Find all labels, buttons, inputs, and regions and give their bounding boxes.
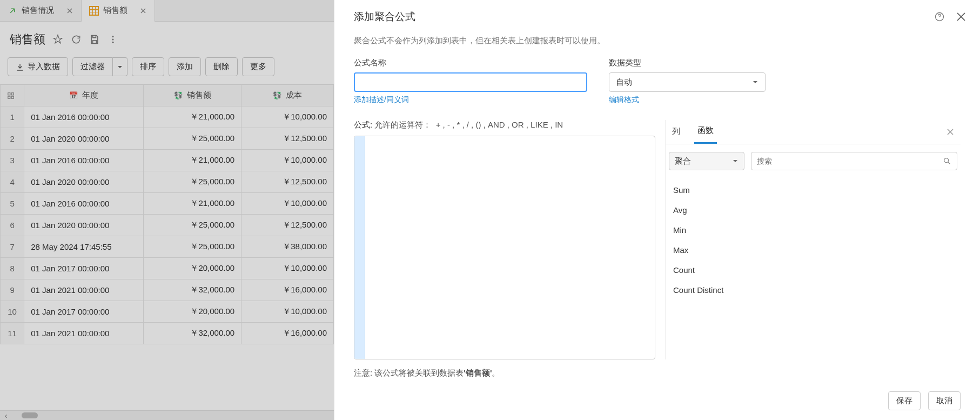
more-vertical-icon[interactable] <box>107 34 119 45</box>
cell-sales[interactable]: ￥32,000.00 <box>144 279 241 301</box>
cell-cost[interactable]: ￥16,000.00 <box>241 323 334 344</box>
cell-year[interactable]: 28 May 2024 17:45:55 <box>24 236 144 258</box>
import-data-button[interactable]: 导入数据 <box>8 57 68 76</box>
scroll-left-icon[interactable]: ‹ <box>1 411 11 420</box>
table-row[interactable]: 501 Jan 2016 00:00:00￥21,000.00￥10,000.0… <box>1 193 334 215</box>
cell-year[interactable]: 01 Jan 2017 00:00:00 <box>24 258 144 279</box>
cell-cost[interactable]: ￥10,000.00 <box>241 150 334 171</box>
cell-cost[interactable]: ￥12,500.00 <box>241 215 334 236</box>
function-item[interactable]: Avg <box>666 200 961 220</box>
function-item[interactable]: Sum <box>666 180 961 200</box>
function-item[interactable]: Count <box>666 260 961 280</box>
cell-sales[interactable]: ￥25,000.00 <box>144 128 241 150</box>
cell-sales[interactable]: ￥21,000.00 <box>144 106 241 128</box>
save-icon[interactable] <box>89 34 100 45</box>
cell-sales[interactable]: ￥21,000.00 <box>144 193 241 215</box>
cell-year[interactable]: 01 Jan 2016 00:00:00 <box>24 193 144 215</box>
cell-cost[interactable]: ￥10,000.00 <box>241 258 334 279</box>
row-number: 3 <box>1 150 24 171</box>
row-header-corner[interactable] <box>1 85 24 106</box>
function-category-select[interactable]: 聚合 <box>669 152 744 170</box>
row-number: 8 <box>1 258 24 279</box>
cell-sales[interactable]: ￥25,000.00 <box>144 171 241 193</box>
cell-sales[interactable]: ￥25,000.00 <box>144 215 241 236</box>
data-type-select[interactable]: 自动 <box>609 72 766 92</box>
function-list[interactable]: SumAvgMinMaxCountCount Distinct <box>666 178 961 359</box>
close-icon[interactable] <box>955 11 967 23</box>
tab-columns[interactable]: 列 <box>669 121 683 143</box>
table-row[interactable]: 801 Jan 2017 00:00:00￥20,000.00￥10,000.0… <box>1 258 334 279</box>
svg-rect-6 <box>96 10 98 12</box>
refresh-icon[interactable] <box>70 34 82 45</box>
add-button[interactable]: 添加 <box>169 57 201 76</box>
table-row[interactable]: 901 Jan 2021 00:00:00￥32,000.00￥16,000.0… <box>1 279 334 301</box>
table-row[interactable]: 401 Jan 2020 00:00:00￥25,000.00￥12,500.0… <box>1 171 334 193</box>
cell-cost[interactable]: ￥16,000.00 <box>241 279 334 301</box>
row-number: 4 <box>1 171 24 193</box>
function-item[interactable]: Max <box>666 240 961 260</box>
edit-format-link[interactable]: 编辑格式 <box>609 95 766 105</box>
function-search-input[interactable] <box>757 157 938 165</box>
horizontal-scrollbar[interactable]: ‹ <box>0 410 334 420</box>
cell-year[interactable]: 01 Jan 2020 00:00:00 <box>24 128 144 150</box>
cell-cost[interactable]: ￥12,500.00 <box>241 128 334 150</box>
table-row[interactable]: 1101 Jan 2021 00:00:00￥32,000.00￥16,000.… <box>1 323 334 344</box>
cell-sales[interactable]: ￥21,000.00 <box>144 150 241 171</box>
cell-sales[interactable]: ￥20,000.00 <box>144 258 241 279</box>
add-description-link[interactable]: 添加描述/同义词 <box>354 95 587 105</box>
formula-textarea[interactable] <box>365 136 655 359</box>
cell-year[interactable]: 01 Jan 2021 00:00:00 <box>24 279 144 301</box>
cell-sales[interactable]: ￥20,000.00 <box>144 301 241 323</box>
formula-editor[interactable] <box>354 136 655 359</box>
table-row[interactable]: 201 Jan 2020 00:00:00￥25,000.00￥12,500.0… <box>1 128 334 150</box>
cell-year[interactable]: 01 Jan 2017 00:00:00 <box>24 301 144 323</box>
table-row[interactable]: 101 Jan 2016 00:00:00￥21,000.00￥10,000.0… <box>1 106 334 128</box>
formula-name-input[interactable] <box>354 72 587 92</box>
cell-cost[interactable]: ￥10,000.00 <box>241 106 334 128</box>
download-icon <box>16 63 24 71</box>
cell-cost[interactable]: ￥38,000.00 <box>241 236 334 258</box>
tab-sales-amount[interactable]: 销售额 <box>82 0 155 22</box>
table-row[interactable]: 728 May 2024 17:45:55￥25,000.00￥38,000.0… <box>1 236 334 258</box>
close-icon[interactable] <box>943 125 957 139</box>
currency-icon: 💱 <box>273 91 281 99</box>
col-cost[interactable]: 💱成本 <box>241 85 334 106</box>
more-button[interactable]: 更多 <box>242 57 274 76</box>
sort-button[interactable]: 排序 <box>132 57 164 76</box>
function-search[interactable] <box>751 152 957 170</box>
help-icon[interactable] <box>934 11 945 23</box>
cell-year[interactable]: 01 Jan 2020 00:00:00 <box>24 215 144 236</box>
col-year[interactable]: 📅年度 <box>24 85 144 106</box>
function-item[interactable]: Min <box>666 220 961 240</box>
cell-year[interactable]: 01 Jan 2020 00:00:00 <box>24 171 144 193</box>
calendar-icon: 📅 <box>69 91 78 99</box>
cell-cost[interactable]: ￥10,000.00 <box>241 301 334 323</box>
save-button[interactable]: 保存 <box>888 391 921 410</box>
cell-cost[interactable]: ￥10,000.00 <box>241 193 334 215</box>
close-icon[interactable] <box>139 7 147 15</box>
grid-icon <box>7 92 15 99</box>
close-icon[interactable] <box>66 7 73 15</box>
tab-functions[interactable]: 函数 <box>694 120 717 144</box>
filter-button[interactable]: 过滤器 <box>72 57 113 76</box>
cell-sales[interactable]: ￥32,000.00 <box>144 323 241 344</box>
col-sales[interactable]: 💱销售额 <box>144 85 241 106</box>
modal-description: 聚合公式不会作为列添加到表中，但在相关表上创建报表时可以使用。 <box>354 36 961 46</box>
scrollbar-thumb[interactable] <box>22 412 38 418</box>
table-row[interactable]: 601 Jan 2020 00:00:00￥25,000.00￥12,500.0… <box>1 215 334 236</box>
function-item[interactable]: Count Distinct <box>666 280 961 300</box>
cell-year[interactable]: 01 Jan 2016 00:00:00 <box>24 106 144 128</box>
cell-year[interactable]: 01 Jan 2021 00:00:00 <box>24 323 144 344</box>
star-icon[interactable] <box>52 34 64 45</box>
cell-sales[interactable]: ￥25,000.00 <box>144 236 241 258</box>
svg-rect-5 <box>93 10 95 12</box>
filter-dropdown-arrow[interactable] <box>113 57 127 76</box>
cancel-button[interactable]: 取消 <box>928 391 961 410</box>
table-row[interactable]: 301 Jan 2016 00:00:00￥21,000.00￥10,000.0… <box>1 150 334 171</box>
cell-year[interactable]: 01 Jan 2016 00:00:00 <box>24 150 144 171</box>
table-row[interactable]: 1001 Jan 2017 00:00:00￥20,000.00￥10,000.… <box>1 301 334 323</box>
cell-cost[interactable]: ￥12,500.00 <box>241 171 334 193</box>
tab-sales-situation[interactable]: 销售情况 <box>0 0 82 22</box>
delete-button[interactable]: 删除 <box>205 57 238 76</box>
row-number: 7 <box>1 236 24 258</box>
